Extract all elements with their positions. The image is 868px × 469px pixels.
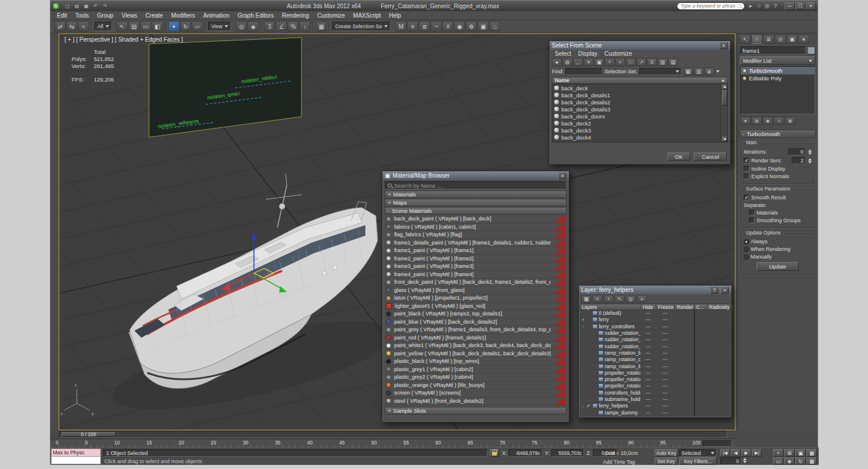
layer-color-cell[interactable] (694, 344, 707, 349)
layer-row[interactable]: propeller_rotatio — — (579, 370, 731, 376)
bind-to-space-warp-icon[interactable]: ≈ (78, 21, 89, 32)
previous-frame-icon[interactable]: ◀ (731, 449, 741, 457)
material-row[interactable]: paint_black ( VRayMtl ) [ramps2, top_det… (385, 310, 567, 318)
display-geometry-icon[interactable]: ◍ (562, 58, 572, 66)
menu-item[interactable]: Help (385, 12, 405, 19)
layer-row[interactable]: +ferry — — (579, 317, 731, 323)
layer-color-cell[interactable] (694, 410, 707, 416)
menu-item[interactable]: Group (93, 12, 118, 19)
col-radiosity[interactable]: Radiosity (707, 304, 733, 310)
dialog-titlebar[interactable]: ▣Material/Map Browser× (382, 171, 569, 180)
timeline-ruler[interactable]: 0510152025303540455055606570758085909510… (50, 439, 735, 447)
material-row[interactable]: front_deck_paint ( VRayMtl ) [back_deck2… (385, 278, 567, 287)
listener-macro-line[interactable]: Max to Physc (51, 448, 101, 457)
current-frame-field[interactable]: 0 (720, 457, 741, 465)
layer-row[interactable]: ramp_rotation_li — — (579, 363, 731, 369)
y-coord-field[interactable]: 5559,703c (551, 449, 584, 457)
set-current-layer-icon[interactable]: ◎ (626, 295, 636, 303)
open-file-icon[interactable]: ▤ (73, 2, 81, 10)
material-row[interactable]: screen ( VRayMtl ) [screens] (385, 389, 567, 397)
material-editor-icon[interactable]: ◉ (454, 21, 465, 32)
object-name-field[interactable]: frame1 (740, 46, 806, 55)
more-options-icon[interactable] (716, 70, 720, 73)
pan-icon[interactable]: ◈ (784, 457, 795, 465)
menu-item[interactable]: Rendering (278, 12, 313, 19)
help-icon[interactable]: ? (771, 2, 779, 10)
select-and-link-icon[interactable]: ⇄ (55, 21, 66, 32)
expand-icon[interactable]: + (581, 317, 585, 322)
layer-color-cell[interactable] (694, 337, 707, 342)
display-spacewarps-icon[interactable]: ≈ (615, 58, 625, 66)
menu-item[interactable]: Graph Editors (233, 12, 278, 19)
layer-color-cell[interactable] (694, 390, 707, 396)
display-containers-icon[interactable]: ▥ (657, 58, 667, 66)
help-icon[interactable]: ? (710, 287, 718, 294)
create-tab-icon[interactable]: ↖ (740, 35, 751, 44)
display-cameras-icon[interactable]: ▣ (594, 58, 604, 66)
layer-row[interactable]: propeller_rotatio — — (579, 383, 731, 389)
freeze-toggle[interactable]: — (656, 330, 674, 336)
object-color-swatch[interactable] (808, 47, 815, 55)
hide-toggle[interactable]: — (640, 337, 656, 342)
explicit-normals-checkbox[interactable] (744, 174, 750, 179)
menu-item[interactable]: Tools (71, 12, 93, 19)
layer-row[interactable]: ramp_rotation_c — — (579, 356, 731, 363)
schematic-view-icon[interactable]: # (442, 21, 453, 32)
hide-toggle[interactable]: — (640, 350, 656, 356)
layer-row[interactable]: 0 (default) — — (579, 310, 731, 317)
scene-object-row[interactable]: back_deck_details1 (552, 91, 727, 98)
configure-columns-icon[interactable]: ≣ (704, 67, 714, 76)
display-frozen-icon[interactable]: ▤ (668, 58, 678, 66)
key-filters-button[interactable]: Key Filters... (679, 457, 717, 465)
sample-slots-rollout[interactable]: +Sample Slots (385, 407, 567, 414)
hide-toggle[interactable]: — (640, 317, 656, 322)
menu-item[interactable]: Animation (199, 12, 233, 19)
iterations-spinner[interactable] (808, 149, 812, 155)
scene-object-row[interactable]: back_deck_details2 (552, 98, 727, 106)
hide-toggle[interactable]: — (640, 310, 656, 316)
create-new-layer-icon[interactable]: ▦ (581, 295, 591, 303)
material-row[interactable]: frame1_paint ( VRayMtl ) [frame1] (385, 247, 567, 255)
selection-filter-dropdown[interactable]: All (94, 22, 112, 31)
layer-row[interactable]: -✓ferry_helpers — — (579, 403, 731, 409)
hide-toggle[interactable]: — (640, 324, 656, 329)
zoom-extents-icon[interactable]: ▣ (795, 449, 806, 457)
always-radio[interactable] (744, 239, 749, 244)
material-row[interactable]: frame2_paint ( VRayMtl ) [frame2] (385, 255, 567, 263)
rectangular-selection-icon[interactable]: ▭ (140, 21, 151, 32)
scrollbar-thumb[interactable] (722, 90, 727, 106)
hide-toggle[interactable]: — (640, 396, 656, 402)
close-icon[interactable]: × (721, 287, 729, 294)
layer-row[interactable]: ramps_dummy — — (579, 409, 731, 416)
material-row[interactable]: lighter_glass#1 ( VRayMtl ) [glass_red] (385, 303, 567, 311)
hide-toggle[interactable]: — (640, 370, 656, 376)
material-row[interactable]: frame1_details_paint ( VRayMtl ) [frame1… (385, 239, 567, 247)
timeline-end-box[interactable] (703, 440, 732, 447)
viewport-label[interactable]: [ + ] [ Perspective ] [ Shaded + Edged F… (65, 36, 183, 43)
freeze-toggle[interactable]: — (656, 410, 674, 416)
material-row[interactable]: plastic_orange ( VRayMtl ) [life_buoys] (385, 382, 567, 390)
mirror-icon[interactable]: M (395, 21, 406, 32)
create-selection-set-icon[interactable]: ▦ (683, 67, 693, 76)
materials-checkbox[interactable] (749, 210, 755, 216)
time-slider-handle[interactable]: 0 / 100 (62, 432, 116, 437)
time-slider-track[interactable]: 0 / 100 (59, 431, 727, 438)
play-icon[interactable]: ▶ (741, 449, 751, 457)
remove-modifier-icon[interactable]: × (774, 117, 784, 125)
hide-toggle[interactable]: — (640, 390, 656, 396)
list-scrollbar[interactable] (721, 84, 727, 142)
menu-item[interactable]: Customize (313, 12, 349, 19)
window-crossing-icon[interactable]: ◧ (152, 21, 163, 32)
turbosmooth-rollout-header[interactable]: -TurboSmooth (740, 130, 816, 138)
material-row[interactable]: back_deck_paint ( VRayMtl ) [back_deck] (385, 215, 567, 223)
hide-toggle[interactable]: — (640, 344, 656, 349)
material-row[interactable]: paint_blue ( VRayMtl ) [back_deck_detail… (385, 318, 567, 327)
freeze-toggle[interactable]: — (656, 370, 674, 376)
manage-layers-icon[interactable]: ≣ (419, 21, 430, 32)
layer-color-cell[interactable] (694, 356, 707, 362)
scene-object-row[interactable]: back_deck (552, 84, 727, 91)
col-freeze[interactable]: Freeze (656, 304, 675, 310)
layer-row[interactable]: rudder_rotation_ — — (579, 343, 731, 349)
material-row[interactable]: fabrics ( VRayMtl ) [cabin1, cabin3] (385, 223, 567, 232)
menu-item[interactable]: Create (141, 12, 167, 19)
